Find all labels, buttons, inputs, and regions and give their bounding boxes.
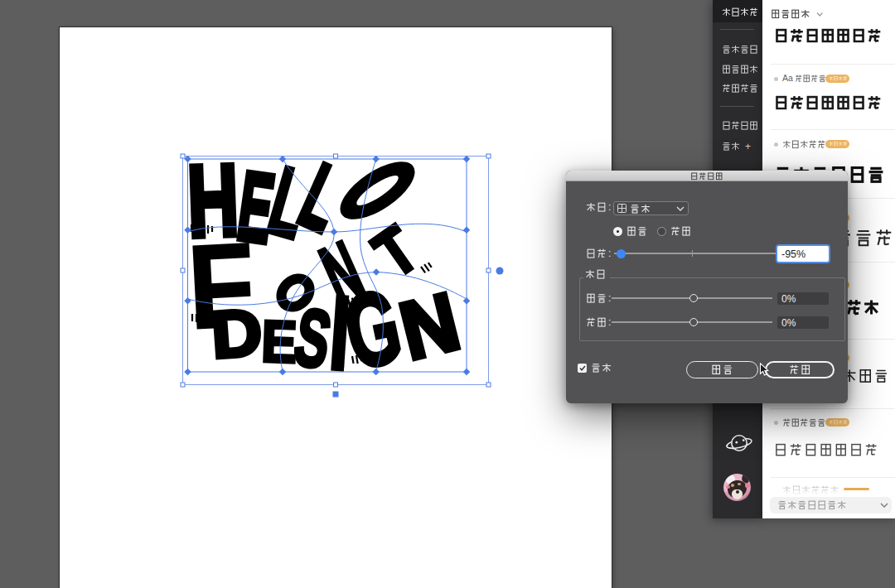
svg-text::: : <box>608 248 611 259</box>
svg-text::: : <box>608 292 611 304</box>
svg-text:D: D <box>209 295 264 372</box>
svg-text::: : <box>608 201 611 213</box>
svg-text::: : <box>608 316 611 328</box>
svg-text:+: + <box>745 140 751 152</box>
